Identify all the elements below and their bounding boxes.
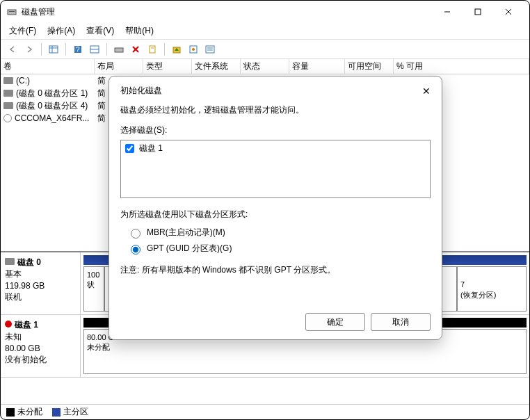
disk-title: 磁盘 1 [15, 320, 38, 330]
col-status[interactable]: 状态 [241, 59, 289, 74]
dialog-title: 初始化磁盘 [120, 85, 162, 97]
window-title: 磁盘管理 [22, 6, 432, 18]
help-button[interactable]: ? [70, 42, 86, 57]
maximize-button[interactable] [463, 1, 493, 22]
legend-label: 未分配 [17, 407, 42, 417]
col-capacity[interactable]: 容量 [289, 59, 345, 74]
mbr-radio-label: MBR(主启动记录)(M) [147, 226, 225, 239]
disk-kind: 基本 [5, 268, 76, 280]
svg-rect-1 [9, 11, 15, 12]
list-button[interactable] [202, 42, 218, 57]
refresh-button[interactable] [111, 42, 127, 57]
svg-rect-13 [115, 48, 123, 52]
volume-name: (磁盘 0 磁盘分区 1) [16, 88, 88, 99]
up-button[interactable] [169, 42, 184, 57]
svg-rect-3 [475, 9, 481, 15]
ok-button[interactable]: 确定 [305, 313, 365, 331]
legend-swatch-unallocated [6, 408, 15, 417]
legend: 未分配 主分区 [1, 404, 529, 419]
partition-size: 100 [87, 270, 101, 280]
col-free[interactable]: 可用空间 [345, 59, 394, 74]
col-fs[interactable]: 文件系统 [192, 59, 241, 74]
partition-style-label: 为所选磁盘使用以下磁盘分区形式: [120, 208, 431, 221]
disk-management-window: 磁盘管理 文件(F) 操作(A) 查看(V) 帮助(H) ? 卷 布局 类型 文… [0, 0, 530, 420]
svg-rect-6 [49, 46, 58, 53]
view-list-button[interactable] [46, 42, 61, 57]
partition-size: 7 [460, 280, 523, 289]
partition-status: 状 [87, 280, 101, 289]
menu-view[interactable]: 查看(V) [82, 24, 118, 38]
disk-checkbox[interactable] [125, 144, 134, 153]
disk-kind: 未知 [5, 331, 76, 343]
disk-info: 磁盘 1 未知 80.00 GB 没有初始化 [1, 315, 81, 377]
forward-button[interactable] [22, 42, 37, 57]
disk-status: 联机 [5, 291, 76, 303]
mbr-radio[interactable] [131, 229, 140, 239]
minimize-button[interactable] [432, 1, 463, 22]
disk-icon [5, 258, 15, 265]
volume-icon [3, 102, 13, 109]
partition-label: 未分配 [87, 342, 523, 352]
initialize-disk-dialog: 初始化磁盘 ✕ 磁盘必须经过初始化，逻辑磁盘管理器才能访问。 选择磁盘(S): … [109, 76, 442, 340]
mbr-radio-item[interactable]: MBR(主启动记录)(M) [127, 226, 431, 239]
select-disk-label: 选择磁盘(S): [120, 124, 431, 137]
disk-listbox[interactable]: 磁盘 1 [120, 140, 431, 198]
close-button[interactable] [493, 1, 524, 22]
col-type[interactable]: 类型 [143, 59, 192, 74]
app-icon [6, 6, 17, 17]
disk-checkbox-label: 磁盘 1 [139, 142, 163, 155]
volume-icon [3, 77, 13, 84]
properties-button[interactable] [145, 42, 160, 57]
volume-table-header: 卷 布局 类型 文件系统 状态 容量 可用空间 % 可用 [1, 59, 529, 74]
col-layout[interactable]: 布局 [95, 59, 143, 74]
view-detail-button[interactable] [87, 42, 102, 57]
toolbar: ? [1, 40, 529, 59]
warning-icon [5, 321, 12, 328]
gpt-radio-item[interactable]: GPT (GUID 分区表)(G) [127, 242, 431, 255]
partition-style-radio-group: MBR(主启动记录)(M) GPT (GUID 分区表)(G) [127, 226, 431, 255]
menubar: 文件(F) 操作(A) 查看(V) 帮助(H) [1, 23, 529, 40]
disk-size: 80.00 GB [5, 343, 76, 355]
volume-name: CCCOMA_X64FR... [15, 113, 89, 123]
partition-label: (恢复分区) [460, 290, 523, 300]
col-volume[interactable]: 卷 [1, 59, 95, 74]
svg-rect-0 [8, 10, 16, 15]
menu-file[interactable]: 文件(F) [5, 24, 40, 38]
legend-swatch-primary [52, 408, 61, 417]
partition-recovery[interactable]: 7 (恢复分区) [457, 266, 527, 312]
col-pct[interactable]: % 可用 [394, 59, 529, 74]
disk-status: 没有初始化 [5, 354, 76, 366]
back-button[interactable] [5, 42, 20, 57]
cd-icon [3, 114, 12, 122]
volume-name: (磁盘 0 磁盘分区 4) [16, 100, 88, 112]
dialog-note: 注意: 所有早期版本的 Windows 都不识别 GPT 分区形式。 [120, 264, 431, 277]
settings-button[interactable] [186, 42, 201, 57]
menu-action[interactable]: 操作(A) [43, 24, 79, 38]
cancel-button[interactable]: 取消 [371, 313, 431, 331]
svg-rect-21 [206, 46, 214, 53]
disk-title: 磁盘 0 [17, 257, 41, 267]
gpt-radio-label: GPT (GUID 分区表)(G) [147, 242, 232, 255]
legend-label: 主分区 [63, 407, 88, 417]
delete-button[interactable] [128, 42, 143, 57]
volume-name: (C:) [16, 76, 30, 86]
svg-text:?: ? [76, 46, 80, 54]
dialog-message: 磁盘必须经过初始化，逻辑磁盘管理器才能访问。 [120, 104, 431, 117]
titlebar: 磁盘管理 [1, 1, 529, 23]
disk-info: 磁盘 0 基本 119.98 GB 联机 [1, 252, 81, 314]
partition[interactable]: 100 状 [83, 266, 104, 312]
svg-point-20 [192, 48, 195, 51]
volume-icon [3, 90, 13, 97]
dialog-close-button[interactable]: ✕ [422, 86, 431, 97]
gpt-radio[interactable] [131, 245, 140, 255]
menu-help[interactable]: 帮助(H) [121, 24, 158, 38]
disk-checkbox-item[interactable]: 磁盘 1 [122, 142, 428, 155]
svg-rect-16 [150, 46, 155, 53]
disk-size: 119.98 GB [5, 280, 76, 292]
